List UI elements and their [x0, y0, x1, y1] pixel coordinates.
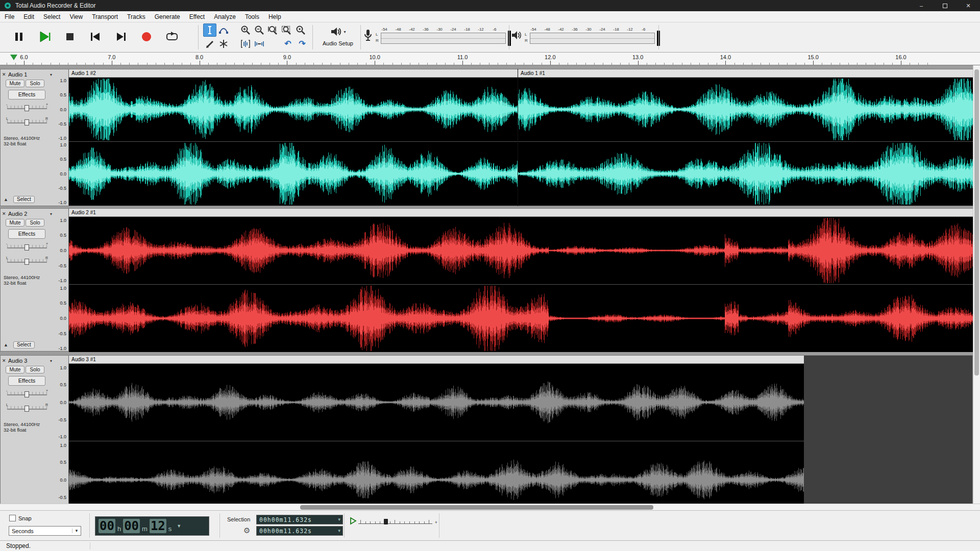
vertical-scale-ruler[interactable]: 1.00.50.0-0.5-1.0 1.00.50.0-0.5-1.0 — [54, 69, 69, 206]
selection-tool-button[interactable] — [203, 23, 216, 37]
mute-button[interactable]: Mute — [6, 80, 24, 87]
menu-view[interactable]: View — [65, 12, 87, 22]
solo-button[interactable]: Solo — [26, 80, 44, 87]
vertical-scrollbar-thumb[interactable] — [974, 69, 979, 375]
collapse-track-arrow[interactable]: ▲ — [4, 197, 8, 202]
audio-setup-button[interactable]: ▾ Audio Setup — [316, 24, 359, 46]
skip-to-end-button[interactable] — [109, 25, 133, 48]
mute-button[interactable]: Mute — [6, 366, 24, 373]
horizontal-scrollbar[interactable] — [0, 504, 980, 510]
gain-slider-thumb[interactable] — [24, 244, 29, 251]
loop-button[interactable] — [160, 25, 184, 48]
clip-title[interactable]: Audio 1 #1 — [518, 69, 973, 78]
vertical-scale-ruler[interactable]: 1.00.50.0-0.5-1.0 1.00.50.0-0.5-1.0 — [54, 209, 69, 351]
gain-slider-thumb[interactable] — [24, 391, 29, 397]
selection-start-field[interactable]: 00h00m11.632s ▼ — [256, 515, 343, 524]
effects-button[interactable]: Effects — [8, 90, 45, 99]
waveform-canvas[interactable] — [69, 364, 804, 441]
audio-position-display[interactable]: 00h 00m 12s ▼ — [95, 516, 209, 536]
menu-tracks[interactable]: Tracks — [122, 12, 150, 22]
close-track-button[interactable]: ✕ — [2, 358, 8, 363]
track-waveform-area[interactable]: Audio 3 #1 — [69, 356, 972, 504]
playback-speed-slider[interactable]: + — [358, 517, 432, 526]
waveform-canvas[interactable] — [69, 285, 973, 352]
selection-end-field[interactable]: 00h00m11.632s ▼ — [256, 526, 343, 536]
track-menu-arrow-icon[interactable]: ▾ — [50, 212, 52, 216]
maximize-button[interactable] — [933, 0, 957, 11]
audio-clip[interactable]: Audio 3 #1 — [69, 356, 804, 504]
audio-clip[interactable]: Audio 1 #1 — [518, 69, 973, 206]
track-menu-arrow-icon[interactable]: ▾ — [50, 72, 52, 77]
menu-select[interactable]: Select — [39, 12, 65, 22]
zoom-out-button[interactable] — [253, 23, 266, 37]
snap-checkbox[interactable] — [9, 515, 16, 521]
pan-slider-thumb[interactable] — [24, 259, 29, 265]
waveform-canvas[interactable] — [69, 441, 804, 504]
pan-slider[interactable]: L R — [6, 118, 48, 126]
waveform-canvas[interactable] — [69, 217, 973, 284]
menu-effect[interactable]: Effect — [185, 12, 209, 22]
playback-meter[interactable]: LR -54-48-42-36-30-24-18-12-6 — [525, 27, 660, 48]
minimize-button[interactable]: – — [910, 0, 933, 11]
menu-transport[interactable]: Transport — [87, 12, 122, 22]
clip-title[interactable]: Audio 2 #1 — [69, 209, 973, 217]
solo-button[interactable]: Solo — [26, 366, 44, 373]
envelope-tool-button[interactable] — [217, 23, 230, 37]
menu-file[interactable]: File — [0, 12, 19, 22]
chevron-down-icon[interactable]: ▼ — [177, 523, 181, 529]
solo-button[interactable]: Solo — [26, 219, 44, 227]
close-button[interactable]: ✕ — [957, 0, 980, 11]
gain-slider[interactable]: - + — [6, 104, 48, 112]
silence-selection-button[interactable] — [253, 37, 266, 51]
timeline-ruler[interactable]: 6.07.08.09.010.011.012.013.014.015.016.0 — [0, 53, 980, 65]
recording-meter[interactable]: LR -54-48-42-36-30-24-18-12-6 — [376, 27, 511, 48]
redo-button[interactable]: ↷ — [296, 37, 309, 51]
pan-slider-thumb[interactable] — [24, 119, 29, 126]
stop-button[interactable] — [58, 25, 82, 48]
gain-slider[interactable]: - + — [6, 390, 48, 398]
horizontal-scrollbar-thumb[interactable] — [300, 505, 653, 510]
multi-tool-button[interactable] — [217, 37, 230, 51]
track-menu-arrow-icon[interactable]: ▾ — [50, 359, 52, 363]
menu-help[interactable]: Help — [264, 12, 286, 22]
track-name[interactable]: Audio 3 — [8, 358, 50, 364]
close-track-button[interactable]: ✕ — [2, 211, 8, 216]
menu-edit[interactable]: Edit — [19, 12, 39, 22]
snap-mode-dropdown[interactable]: Seconds ▼ — [9, 526, 81, 536]
skip-to-start-button[interactable] — [84, 25, 107, 48]
audio-clip[interactable]: Audio 1 #2 — [69, 69, 518, 206]
fit-project-button[interactable] — [280, 23, 293, 37]
track-waveform-area[interactable]: Audio 1 #2 Audio 1 #1 — [69, 69, 972, 206]
effects-button[interactable]: Effects — [8, 376, 45, 386]
mute-button[interactable]: Mute — [6, 219, 24, 227]
play-at-speed-button[interactable] — [349, 517, 357, 526]
pause-button[interactable] — [7, 25, 31, 48]
vertical-scale-ruler[interactable]: 1.00.50.0-0.5-1.0 1.00.50.0-0.5-1.0 — [54, 356, 69, 504]
clip-title[interactable]: Audio 1 #2 — [69, 69, 518, 78]
pan-slider-thumb[interactable] — [24, 406, 29, 412]
gain-slider-thumb[interactable] — [24, 105, 29, 111]
vertical-scrollbar[interactable] — [973, 65, 980, 504]
pan-slider[interactable]: L R — [6, 404, 48, 412]
clip-title[interactable]: Audio 3 #1 — [69, 356, 804, 364]
play-button[interactable] — [33, 25, 56, 48]
gain-slider[interactable]: - + — [6, 243, 48, 251]
waveform-canvas[interactable] — [518, 142, 973, 206]
waveform-canvas[interactable] — [69, 78, 518, 141]
zoom-toggle-button[interactable] — [294, 23, 307, 37]
select-button[interactable]: Select — [13, 341, 35, 348]
gear-icon[interactable]: ⚙ — [243, 527, 250, 534]
track-name[interactable]: Audio 2 — [8, 211, 50, 217]
menu-generate[interactable]: Generate — [150, 12, 185, 22]
trim-outside-selection-button[interactable] — [239, 37, 252, 51]
record-button[interactable] — [135, 25, 158, 48]
speed-slider-thumb[interactable] — [384, 519, 388, 524]
select-button[interactable]: Select — [13, 196, 35, 203]
waveform-canvas[interactable] — [69, 142, 518, 206]
track-waveform-area[interactable]: Audio 2 #1 — [69, 209, 972, 351]
zoom-in-button[interactable] — [239, 23, 252, 37]
menu-tools[interactable]: Tools — [240, 12, 264, 22]
menu-analyze[interactable]: Analyze — [209, 12, 240, 22]
draw-tool-button[interactable] — [203, 37, 216, 51]
waveform-canvas[interactable] — [518, 78, 973, 141]
